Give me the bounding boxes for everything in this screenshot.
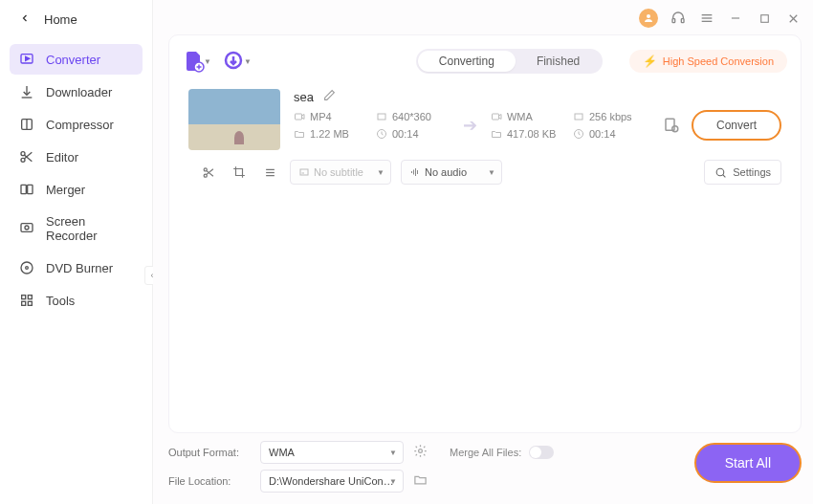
video-icon bbox=[294, 111, 305, 122]
resolution-icon bbox=[376, 111, 387, 122]
add-download-icon bbox=[223, 50, 246, 73]
svg-point-54 bbox=[716, 168, 724, 176]
svg-rect-16 bbox=[28, 301, 32, 305]
file-settings-icon[interactable] bbox=[663, 117, 680, 134]
svg-marker-36 bbox=[498, 115, 501, 120]
output-format-value: WMA bbox=[269, 447, 295, 458]
sidebar-item-dvd-burner[interactable]: DVD Burner bbox=[10, 252, 143, 283]
maximize-icon[interactable] bbox=[756, 10, 773, 27]
edit-name-icon[interactable] bbox=[323, 89, 336, 104]
sidebar-item-merger[interactable]: Merger bbox=[10, 174, 143, 205]
clock-icon bbox=[376, 128, 387, 140]
convert-button[interactable]: Convert bbox=[692, 110, 781, 141]
svg-rect-14 bbox=[28, 296, 32, 299]
merge-label: Merge All Files: bbox=[450, 447, 521, 458]
sidebar-item-downloader[interactable]: Downloader bbox=[10, 77, 143, 107]
back-icon[interactable] bbox=[19, 11, 31, 27]
svg-rect-13 bbox=[22, 296, 26, 299]
output-format-dropdown[interactable]: WMA ▼ bbox=[260, 441, 404, 464]
sidebar-item-label: Downloader bbox=[46, 85, 112, 99]
sidebar-item-label: Merger bbox=[46, 183, 85, 197]
list-icon[interactable] bbox=[259, 162, 280, 183]
src-dur: 00:14 bbox=[392, 128, 419, 140]
trim-icon[interactable] bbox=[198, 162, 219, 183]
bolt-icon: ⚡ bbox=[643, 55, 657, 68]
svg-rect-31 bbox=[295, 114, 301, 120]
caret-down-icon: ▼ bbox=[389, 449, 397, 457]
svg-rect-18 bbox=[672, 19, 675, 23]
sidebar-header: Home bbox=[0, 0, 152, 40]
controls-row: No subtitle ▼ No audio ▼ Settings bbox=[183, 158, 787, 190]
converter-icon bbox=[19, 52, 34, 67]
caret-down-icon: ▼ bbox=[389, 477, 397, 486]
svg-point-17 bbox=[647, 14, 650, 18]
topbar bbox=[153, 0, 813, 31]
settings-label: Settings bbox=[733, 166, 771, 178]
src-size: 1.22 MB bbox=[310, 128, 349, 140]
svg-point-10 bbox=[25, 226, 29, 230]
toolbar: ▼ ▼ Converting Finished ⚡ High Speed Con… bbox=[183, 45, 787, 77]
clock-icon bbox=[573, 128, 584, 140]
home-label: Home bbox=[44, 12, 77, 27]
sidebar-item-label: Compressor bbox=[46, 118, 114, 132]
add-file-button[interactable]: ▼ bbox=[183, 50, 211, 73]
subtitle-value: No subtitle bbox=[314, 166, 363, 178]
subtitle-dropdown[interactable]: No subtitle ▼ bbox=[290, 160, 391, 185]
sidebar-item-label: Tools bbox=[46, 294, 75, 308]
open-folder-icon[interactable] bbox=[413, 472, 427, 491]
sidebar: Home Converter Downloader Compressor Edi… bbox=[0, 0, 153, 504]
add-download-button[interactable]: ▼ bbox=[223, 50, 252, 73]
svg-point-12 bbox=[26, 267, 29, 270]
menu-icon[interactable] bbox=[698, 10, 715, 27]
crop-icon[interactable] bbox=[229, 162, 250, 183]
dst-size: 417.08 KB bbox=[507, 128, 556, 140]
svg-rect-8 bbox=[28, 185, 33, 193]
bottom-bar: Output Format: WMA ▼ Merge All Files: Fi… bbox=[168, 441, 802, 493]
sidebar-item-label: DVD Burner bbox=[46, 261, 113, 275]
tabs: Converting Finished bbox=[416, 49, 603, 74]
dst-bitrate: 256 kbps bbox=[589, 111, 632, 122]
svg-rect-15 bbox=[22, 301, 26, 305]
main: ▼ ▼ Converting Finished ⚡ High Speed Con… bbox=[153, 0, 813, 504]
sidebar-item-compressor[interactable]: Compressor bbox=[10, 109, 143, 140]
audio-dropdown[interactable]: No audio ▼ bbox=[401, 160, 502, 185]
tab-finished[interactable]: Finished bbox=[516, 51, 601, 72]
svg-rect-37 bbox=[575, 114, 582, 120]
add-file-icon bbox=[183, 50, 206, 73]
audio-value: No audio bbox=[425, 166, 467, 178]
svg-marker-1 bbox=[26, 56, 30, 60]
file-location-value: D:\Wondershare UniConverter 1 bbox=[269, 475, 395, 487]
avatar[interactable] bbox=[639, 9, 658, 28]
svg-rect-9 bbox=[21, 224, 33, 232]
sidebar-items: Converter Downloader Compressor Editor M… bbox=[0, 40, 152, 319]
sidebar-item-screen-recorder[interactable]: Screen Recorder bbox=[10, 207, 143, 251]
minimize-icon[interactable] bbox=[727, 10, 744, 27]
dst-dur: 00:14 bbox=[589, 128, 616, 140]
file-row: sea MP4 1.22 MB 640*360 00:14 ➔ bbox=[183, 77, 787, 158]
file-meta: sea MP4 1.22 MB 640*360 00:14 ➔ bbox=[294, 89, 781, 141]
resolution-icon bbox=[573, 111, 584, 122]
settings-button[interactable]: Settings bbox=[704, 160, 781, 185]
close-icon[interactable] bbox=[784, 10, 802, 27]
svg-marker-32 bbox=[301, 115, 304, 120]
svg-line-55 bbox=[723, 174, 726, 177]
svg-point-56 bbox=[419, 449, 423, 452]
merger-icon bbox=[19, 182, 34, 197]
sidebar-item-editor[interactable]: Editor bbox=[10, 142, 143, 172]
video-thumbnail[interactable] bbox=[188, 89, 280, 150]
tab-converting[interactable]: Converting bbox=[418, 51, 516, 72]
sidebar-item-converter[interactable]: Converter bbox=[10, 44, 143, 75]
headset-icon[interactable] bbox=[670, 10, 687, 27]
tools-icon bbox=[19, 293, 34, 308]
video-icon bbox=[491, 111, 502, 122]
high-speed-label: High Speed Conversion bbox=[663, 55, 774, 67]
content-card: ▼ ▼ Converting Finished ⚡ High Speed Con… bbox=[168, 34, 802, 433]
start-all-button[interactable]: Start All bbox=[694, 443, 802, 483]
src-res: 640*360 bbox=[392, 111, 431, 122]
file-location-dropdown[interactable]: D:\Wondershare UniConverter 1 ▼ bbox=[260, 470, 404, 493]
high-speed-badge[interactable]: ⚡ High Speed Conversion bbox=[629, 50, 787, 73]
svg-rect-19 bbox=[681, 19, 684, 23]
output-settings-icon[interactable] bbox=[413, 444, 427, 462]
sidebar-item-tools[interactable]: Tools bbox=[10, 285, 143, 316]
merge-toggle[interactable] bbox=[529, 446, 554, 459]
